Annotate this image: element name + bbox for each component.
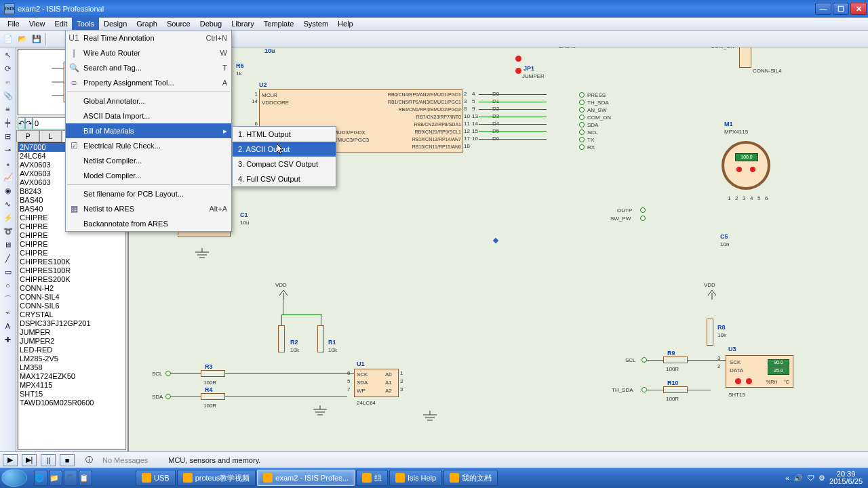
device-item[interactable]: CRYSTAL — [18, 310, 125, 319]
pointer-icon[interactable]: ↖ — [1, 49, 15, 61]
tape-icon[interactable]: ◉ — [1, 184, 15, 197]
device-item[interactable]: CONN-SIL6 — [18, 302, 125, 310]
tab-l[interactable]: L — [39, 130, 62, 142]
submenu-item[interactable]: 4. Full CSV Output — [233, 171, 336, 186]
device-item[interactable]: CHIPRES100R — [18, 266, 125, 275]
device-item[interactable]: MAX1724EZK50 — [18, 372, 125, 381]
symbol-icon[interactable]: ✚ — [1, 333, 15, 346]
tray-expand-icon[interactable]: « — [785, 474, 789, 482]
submenu-item[interactable]: 2. ASCII Output — [233, 142, 336, 157]
tools-dropdown[interactable]: U1Real Time AnnotationCtrl+N|Wire Auto R… — [65, 30, 232, 232]
pin-icon[interactable]: ꘎ — [1, 157, 15, 169]
tray-explorer[interactable]: 📁 — [49, 470, 62, 486]
textdraw-icon[interactable]: A — [1, 320, 15, 332]
device-item[interactable]: TAWD106M025R0600 — [18, 399, 125, 407]
tray-ie[interactable]: 🌐 — [34, 470, 47, 486]
conn-j2[interactable] — [739, 47, 751, 68]
tab-p[interactable]: P — [16, 130, 39, 142]
menu-system[interactable]: System — [298, 18, 333, 30]
rotate-right-icon[interactable]: ↷ — [25, 117, 33, 129]
maximize-button[interactable]: ☐ — [833, 3, 849, 15]
probe-i-icon[interactable]: ➰ — [1, 225, 15, 237]
device-item[interactable]: LM358 — [18, 363, 125, 372]
task-button[interactable]: 我的文档 — [443, 470, 498, 486]
menu-item[interactable]: Bill of Materials — [66, 123, 231, 138]
refresh-icon[interactable]: ⟳ — [1, 62, 15, 75]
task-button[interactable]: 组 — [356, 470, 388, 486]
menu-template[interactable]: Template — [259, 18, 299, 30]
instr-icon[interactable]: 🖥 — [1, 239, 15, 251]
task-button[interactable]: Isis Help — [389, 470, 442, 486]
menu-item[interactable]: ⌯Property Assignment Tool...A — [66, 75, 231, 90]
device-item[interactable]: MPX4115 — [18, 381, 125, 390]
menu-item[interactable]: U1Real Time AnnotationCtrl+N — [66, 30, 231, 45]
terminal-icon[interactable]: ⊸ — [1, 144, 15, 156]
step-button[interactable]: ▶| — [22, 454, 37, 466]
device-item[interactable]: JUMPER — [18, 328, 125, 337]
device-item[interactable]: SHT15 — [18, 390, 125, 399]
device-item[interactable]: CHIPRES100K — [18, 258, 125, 266]
menu-item[interactable]: 🔍Search and Tag...T — [66, 60, 231, 75]
device-item[interactable]: CHIPRE — [18, 231, 125, 240]
pause-button[interactable]: || — [41, 454, 56, 466]
menu-library[interactable]: Library — [226, 18, 259, 30]
rect-icon[interactable]: ▭ — [1, 266, 15, 278]
task-button[interactable]: USB — [136, 470, 176, 486]
menu-graph[interactable]: Graph — [132, 18, 162, 30]
probe-v-icon[interactable]: ⚡ — [1, 211, 15, 224]
bom-submenu[interactable]: 1. HTML Output2. ASCII Output3. Compact … — [232, 126, 336, 187]
menu-design[interactable]: Design — [99, 18, 132, 30]
device-item[interactable]: CHIPRES200K — [18, 275, 125, 284]
play-button[interactable]: ▶ — [3, 454, 18, 466]
new-file-icon[interactable]: 📄 — [1, 33, 15, 46]
circle-icon[interactable]: ○ — [1, 279, 15, 291]
task-button[interactable]: proteus教学视频 — [177, 470, 256, 486]
bus-icon[interactable]: ╪ — [1, 117, 15, 129]
schematic-canvas[interactable]: R6 1k 10u U2 MCLRVDDCOREOSC1/CLK/CN30/RA… — [129, 47, 868, 451]
gen-icon[interactable]: ∿ — [1, 198, 15, 210]
tray-app[interactable]: 📋 — [79, 470, 92, 486]
device-item[interactable]: LM285-2V5 — [18, 354, 125, 363]
menu-item[interactable]: ASCII Data Import... — [66, 108, 231, 123]
menu-item[interactable]: ☑Electrical Rule Check... — [66, 138, 231, 153]
menu-item[interactable]: Global Annotator... — [66, 94, 231, 108]
menu-item[interactable]: Set filename for PCB Layout... — [66, 186, 231, 201]
start-button[interactable] — [1, 469, 27, 487]
submenu-item[interactable]: 3. Compact CSV Output — [233, 157, 336, 171]
submenu-item[interactable]: 1. HTML Output — [233, 127, 336, 142]
device-item[interactable]: JUMPER2 — [18, 337, 125, 346]
menu-edit[interactable]: Edit — [50, 18, 72, 30]
wire-label-icon[interactable]: 📎 — [1, 89, 15, 102]
menu-item[interactable]: ▦Netlist to ARESAlt+A — [66, 201, 231, 216]
device-item[interactable]: CHIPRE — [18, 249, 125, 258]
arc-icon[interactable]: ⌒ — [1, 293, 15, 305]
device-item[interactable]: CONN-SIL4 — [18, 293, 125, 302]
menu-item[interactable]: Model Compiler... — [66, 168, 231, 183]
menu-item[interactable]: |Wire Auto RouterW — [66, 45, 231, 60]
line-icon[interactable]: ╱ — [1, 252, 15, 264]
menu-debug[interactable]: Debug — [195, 18, 226, 30]
close-button[interactable]: ✕ — [850, 3, 867, 15]
task-button[interactable]: exam2 - ISIS Profes... — [257, 470, 355, 486]
menu-item[interactable]: Netlist Compiler... — [66, 153, 231, 168]
menu-help[interactable]: Help — [333, 18, 358, 30]
device-item[interactable]: CHIPRE — [18, 240, 125, 249]
device-item[interactable]: DSPIC33FJ12GP201 — [18, 319, 125, 328]
menu-source[interactable]: Source — [162, 18, 195, 30]
menu-file[interactable]: File — [3, 18, 24, 30]
component-icon[interactable]: ⎓ — [1, 76, 15, 88]
open-file-icon[interactable]: 📂 — [16, 33, 29, 46]
save-icon[interactable]: 💾 — [30, 33, 43, 46]
graph-icon[interactable]: 📈 — [1, 171, 15, 183]
rotate-left-icon[interactable]: ↶ — [18, 117, 25, 129]
menu-item[interactable]: Backannotate from ARES — [66, 216, 231, 231]
path-icon[interactable]: ⌁ — [1, 306, 15, 319]
text-icon[interactable]: ≡ — [1, 103, 15, 115]
tray-media[interactable]: 🎵 — [64, 470, 77, 486]
stop-button[interactable]: ■ — [60, 454, 75, 466]
menu-tools[interactable]: Tools — [72, 18, 99, 30]
device-item[interactable]: LED-RED — [18, 346, 125, 354]
subckt-icon[interactable]: ⊟ — [1, 130, 15, 142]
minimize-button[interactable]: — — [815, 3, 831, 15]
device-item[interactable]: CONN-H2 — [18, 284, 125, 293]
